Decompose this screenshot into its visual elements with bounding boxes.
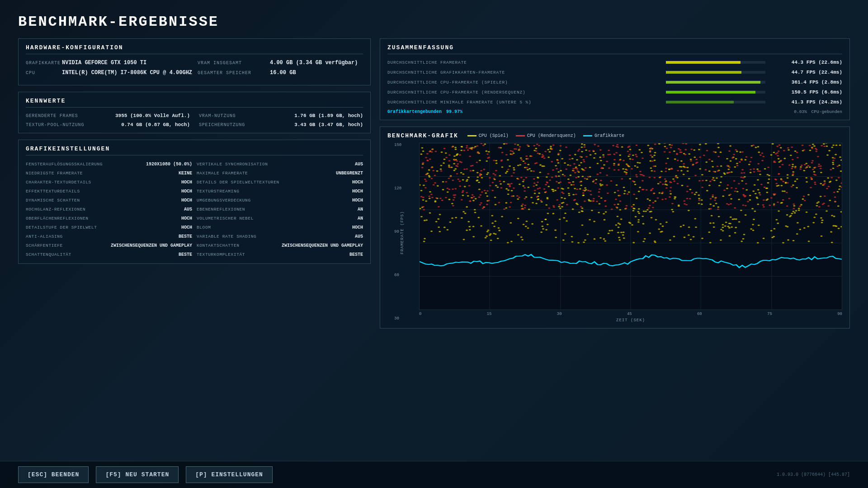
svg-point-1355	[761, 160, 764, 161]
svg-point-245	[783, 158, 786, 159]
svg-point-755	[792, 171, 794, 173]
svg-point-776	[456, 154, 458, 155]
svg-point-1237	[650, 190, 652, 191]
svg-point-957	[665, 148, 668, 149]
svg-point-1239	[684, 154, 686, 155]
graf-value: HOCH	[181, 198, 192, 203]
svg-point-965	[840, 183, 842, 184]
svg-point-630	[622, 235, 624, 236]
svg-point-391	[535, 184, 538, 186]
svg-point-618	[604, 219, 606, 221]
svg-point-191	[599, 237, 602, 239]
svg-point-650	[832, 168, 835, 169]
summary-bar	[666, 81, 760, 84]
chart-header: BENCHMARK-GRAFIK CPU (Spiel)CPU (Renders…	[387, 132, 842, 139]
svg-point-1388	[457, 165, 459, 167]
svg-point-1303	[584, 201, 586, 202]
svg-point-1381	[636, 176, 638, 178]
svg-point-1342	[503, 208, 505, 210]
svg-point-863	[569, 159, 571, 160]
svg-point-150	[832, 164, 835, 165]
svg-point-1165	[572, 168, 575, 169]
svg-point-926	[631, 206, 633, 207]
svg-point-549	[637, 166, 639, 168]
svg-point-419	[451, 203, 453, 204]
svg-point-752	[637, 162, 639, 163]
svg-point-902	[653, 170, 656, 172]
svg-point-1022	[811, 178, 813, 180]
svg-point-1097	[488, 157, 490, 158]
svg-point-71	[517, 198, 519, 200]
esc-button[interactable]: [ESC] BEENDEN	[18, 466, 89, 483]
svg-point-739	[576, 204, 579, 205]
svg-point-895	[556, 199, 558, 201]
vram-usage-label: VRAM-NUTZUNG	[199, 113, 236, 118]
svg-point-356	[550, 146, 552, 147]
svg-point-1029	[701, 187, 703, 188]
svg-point-456	[574, 188, 576, 189]
svg-point-1348	[664, 151, 666, 153]
svg-point-642	[688, 226, 690, 228]
svg-point-304	[716, 177, 718, 178]
vram-usage-row: VRAM-NUTZUNG 1.76 GB (1.89 GB, hoch)	[199, 113, 363, 118]
svg-point-1174	[651, 160, 654, 162]
graf-label: VARIABLE RATE SHADING	[197, 234, 256, 239]
svg-point-88	[617, 204, 619, 205]
svg-point-1139	[804, 164, 806, 165]
svg-point-723	[454, 149, 457, 150]
svg-point-916	[511, 154, 513, 155]
svg-point-1066	[443, 148, 446, 149]
f5-button[interactable]: [F5] NEU STARTEN	[96, 466, 179, 483]
svg-point-278	[720, 176, 722, 178]
svg-point-1406	[787, 182, 789, 183]
svg-point-1034	[533, 145, 535, 146]
svg-point-1193	[524, 187, 526, 188]
svg-point-617	[830, 231, 832, 233]
svg-point-1061	[582, 192, 585, 193]
svg-point-1347	[536, 196, 538, 197]
svg-point-910	[606, 184, 608, 186]
summary-row-value: 44.7 FPS (22.4ms)	[770, 70, 842, 75]
svg-point-581	[539, 172, 541, 173]
svg-point-1098	[782, 181, 784, 182]
svg-point-547	[618, 226, 620, 228]
svg-point-791	[571, 241, 573, 243]
svg-point-267	[545, 229, 547, 230]
svg-point-1353	[453, 197, 456, 198]
svg-point-898	[534, 190, 536, 191]
svg-point-1282	[429, 151, 431, 152]
svg-point-506	[832, 145, 835, 146]
svg-point-690	[734, 166, 736, 168]
svg-point-1207	[820, 165, 822, 167]
memory-usage-label: SPEICHERNUTZUNG	[199, 122, 245, 127]
main-content: BENCHMARK-ERGEBNISSE HARDWARE-KONFIGURAT…	[0, 0, 868, 338]
svg-point-381	[678, 205, 680, 206]
summary-bar-container	[666, 91, 765, 94]
svg-point-808	[816, 205, 818, 206]
svg-point-1310	[670, 147, 672, 148]
svg-point-1021	[834, 158, 836, 159]
svg-point-231	[560, 170, 562, 171]
svg-point-1204	[807, 165, 809, 166]
summary-row-value: 41.3 FPS (24.2ms)	[770, 99, 842, 105]
svg-point-922	[642, 157, 644, 159]
svg-point-488	[491, 222, 494, 224]
legend-label: CPU (Spiel)	[479, 133, 509, 138]
svg-point-555	[600, 197, 603, 199]
p-button[interactable]: [P] EINSTELLUNGEN	[186, 466, 273, 483]
svg-point-89	[658, 229, 660, 230]
svg-point-59	[642, 241, 645, 242]
svg-point-1138	[685, 143, 687, 145]
svg-point-184	[477, 217, 480, 218]
svg-point-1169	[453, 199, 455, 201]
svg-point-52	[475, 198, 477, 199]
svg-point-765	[580, 162, 582, 164]
svg-point-362	[561, 206, 563, 207]
svg-point-836	[468, 185, 471, 186]
svg-point-494	[541, 165, 543, 167]
svg-point-119	[821, 220, 824, 221]
svg-point-1361	[617, 190, 619, 191]
svg-point-948	[799, 206, 801, 207]
svg-point-668	[434, 200, 436, 202]
svg-point-580	[424, 220, 426, 221]
